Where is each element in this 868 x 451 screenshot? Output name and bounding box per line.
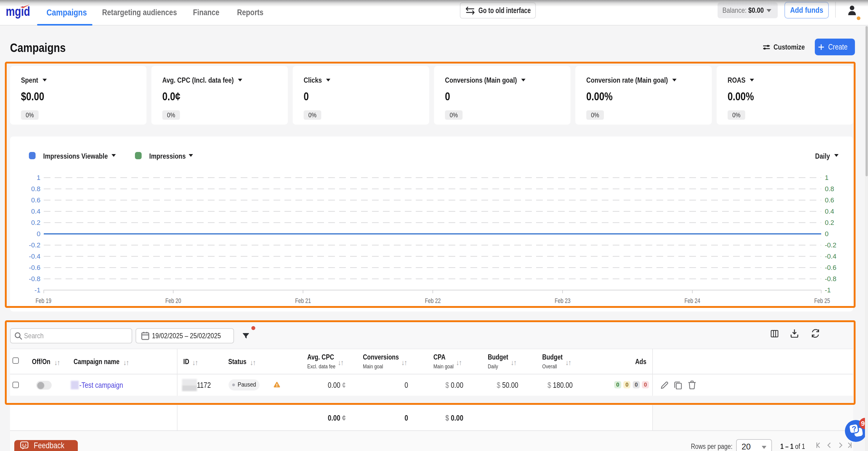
svg-text:-0.2: -0.2 — [825, 241, 836, 249]
svg-text:Feb 22: Feb 22 — [425, 297, 441, 304]
svg-text:Feb 23: Feb 23 — [555, 297, 570, 304]
svg-text:0.4: 0.4 — [31, 207, 40, 215]
svg-text:-0.2: -0.2 — [29, 241, 40, 249]
svg-text:-0.6: -0.6 — [29, 264, 40, 271]
svg-text:0: 0 — [37, 230, 40, 238]
svg-text:Feb 25: Feb 25 — [814, 297, 830, 304]
svg-text:-0.8: -0.8 — [29, 275, 40, 283]
svg-text:-1: -1 — [34, 286, 40, 294]
svg-text:0.4: 0.4 — [825, 207, 834, 215]
svg-text:0.2: 0.2 — [31, 219, 40, 226]
svg-text:Feb 21: Feb 21 — [295, 297, 311, 304]
svg-text:0.8: 0.8 — [31, 185, 40, 193]
svg-text:-0.8: -0.8 — [825, 275, 836, 283]
svg-text:Feb 24: Feb 24 — [684, 297, 700, 304]
svg-text:0.2: 0.2 — [825, 219, 834, 226]
svg-text:-0.6: -0.6 — [825, 264, 836, 271]
svg-text:0.6: 0.6 — [31, 196, 40, 204]
svg-text:1: 1 — [37, 174, 40, 182]
svg-text:0: 0 — [825, 230, 829, 238]
svg-text:Feb 20: Feb 20 — [165, 297, 181, 304]
svg-text:-1: -1 — [825, 286, 831, 294]
svg-text:-0.4: -0.4 — [825, 253, 836, 260]
svg-text:0.6: 0.6 — [825, 196, 834, 204]
svg-text:0.8: 0.8 — [825, 185, 834, 193]
svg-text:-0.4: -0.4 — [29, 253, 40, 260]
svg-text:1: 1 — [825, 174, 829, 182]
svg-text:Feb 19: Feb 19 — [36, 297, 51, 304]
